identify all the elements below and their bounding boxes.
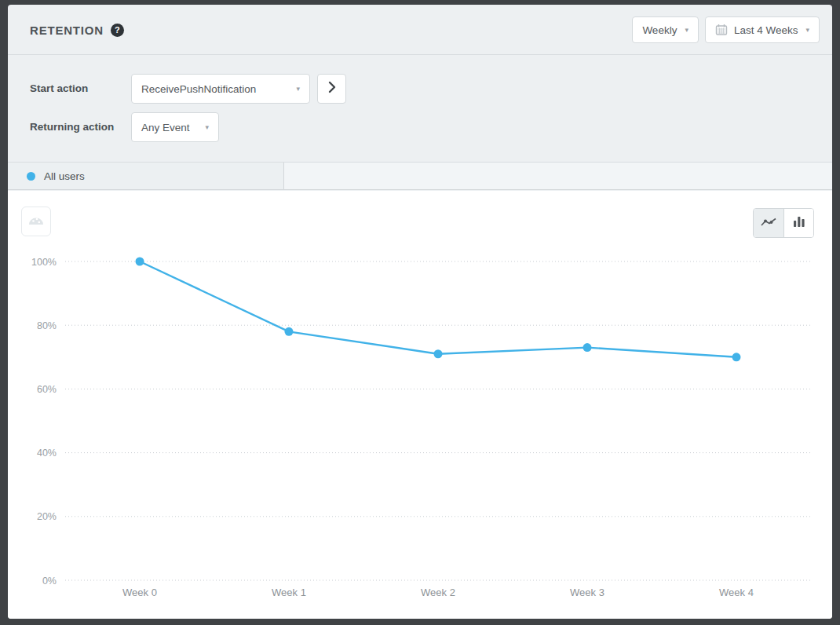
- series-color-dot: [27, 172, 35, 181]
- chevron-right-icon: [328, 81, 336, 97]
- interval-dropdown[interactable]: Weekly ▾: [632, 16, 699, 43]
- y-axis-tick-label: 80%: [37, 320, 57, 331]
- interval-dropdown-value: Weekly: [642, 24, 677, 36]
- x-axis-tick-label: Week 3: [570, 587, 604, 598]
- returning-action-label: Returning action: [30, 112, 114, 142]
- chevron-down-icon: ▾: [685, 26, 688, 34]
- bar-chart-icon: [793, 216, 805, 230]
- x-axis-tick-label: Week 4: [719, 587, 754, 598]
- returning-action-dropdown[interactable]: Any Event ▾: [131, 112, 219, 142]
- returning-action-value: Any Event: [141, 122, 190, 133]
- chart-point-week-2[interactable]: [434, 349, 443, 358]
- x-axis-tick-label: Week 1: [272, 587, 306, 598]
- chart-point-week-4[interactable]: [732, 353, 741, 361]
- date-range-dropdown[interactable]: Last 4 Weeks ▾: [705, 16, 820, 43]
- page-title-group: RETENTION ?: [30, 5, 124, 55]
- series-tabbar: All users: [8, 162, 832, 190]
- chevron-down-icon: ▾: [805, 26, 809, 34]
- cohort-dome-icon: [27, 214, 45, 229]
- page-title: RETENTION: [30, 24, 104, 37]
- chart-point-week-1[interactable]: [285, 327, 294, 336]
- x-axis-tick-label: Week 0: [122, 587, 157, 598]
- line-chart-toggle-button[interactable]: [754, 209, 783, 237]
- start-action-dropdown[interactable]: ReceivePushNotification ▾: [131, 74, 310, 104]
- x-axis-tick-label: Week 2: [421, 587, 455, 598]
- header-actions: Weekly ▾ Last: [632, 16, 820, 43]
- start-action-value: ReceivePushNotification: [141, 83, 256, 95]
- next-step-button[interactable]: [317, 74, 346, 104]
- y-axis-tick-label: 20%: [37, 511, 57, 522]
- calendar-icon: [715, 24, 728, 36]
- bar-chart-toggle-button[interactable]: [783, 209, 813, 237]
- chart-card: 0%20%40%60%80%100%Week 0Week 1Week 2Week…: [8, 191, 832, 619]
- y-axis-tick-label: 100%: [31, 257, 57, 268]
- chevron-down-icon: ▾: [296, 85, 300, 93]
- chart-point-week-0[interactable]: [136, 258, 144, 266]
- retention-line-chart: 0%20%40%60%80%100%Week 0Week 1Week 2Week…: [8, 246, 832, 615]
- cohort-button[interactable]: [21, 207, 51, 236]
- start-action-label: Start action: [30, 74, 88, 104]
- tab-all-users[interactable]: All users: [8, 163, 284, 189]
- tab-all-users-label: All users: [44, 170, 85, 182]
- line-chart-icon: [761, 216, 776, 231]
- chevron-down-icon: ▾: [205, 123, 209, 131]
- chart-type-toggle: [753, 208, 814, 238]
- chart-point-week-3[interactable]: [583, 343, 592, 352]
- y-axis-tick-label: 40%: [37, 448, 57, 459]
- retention-series-line: [140, 261, 736, 357]
- retention-panel: RETENTION ? Weekly ▾: [8, 5, 832, 619]
- help-icon[interactable]: ?: [111, 24, 124, 37]
- header: RETENTION ? Weekly ▾: [8, 5, 832, 55]
- y-axis-tick-label: 0%: [42, 576, 57, 587]
- date-range-value: Last 4 Weeks: [734, 24, 798, 36]
- y-axis-tick-label: 60%: [37, 384, 57, 395]
